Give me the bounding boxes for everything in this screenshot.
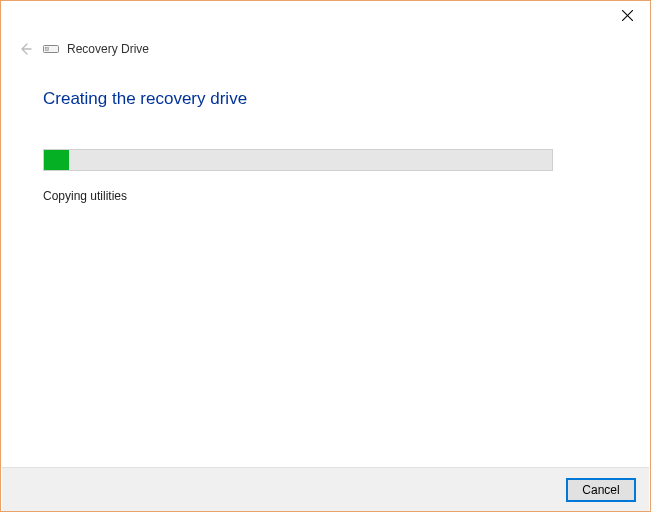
svg-rect-3 bbox=[46, 48, 49, 51]
progress-fill bbox=[44, 150, 69, 170]
titlebar bbox=[1, 1, 650, 31]
drive-icon bbox=[43, 43, 59, 55]
window-title: Recovery Drive bbox=[67, 42, 149, 56]
page-heading: Creating the recovery drive bbox=[43, 89, 608, 109]
footer: Cancel bbox=[2, 467, 649, 511]
content-area: Creating the recovery drive Copying util… bbox=[1, 59, 650, 203]
close-button[interactable] bbox=[605, 1, 650, 29]
header-row: Recovery Drive bbox=[1, 31, 650, 59]
back-button bbox=[15, 39, 35, 59]
cancel-button[interactable]: Cancel bbox=[567, 479, 635, 501]
close-icon bbox=[622, 10, 633, 21]
progress-bar bbox=[43, 149, 553, 171]
status-text: Copying utilities bbox=[43, 189, 608, 203]
arrow-left-icon bbox=[17, 41, 33, 57]
